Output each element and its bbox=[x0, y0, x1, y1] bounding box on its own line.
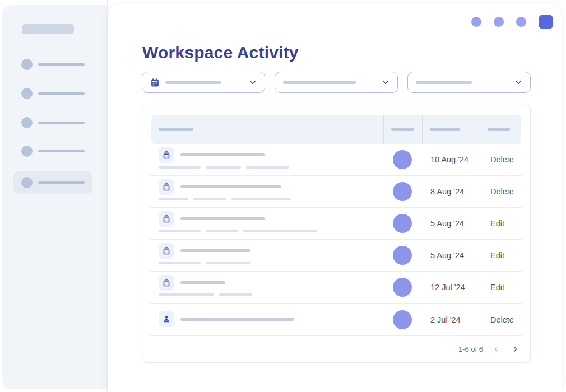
skeleton-bar bbox=[159, 262, 201, 264]
row-date: 2 Jul '24 bbox=[422, 304, 480, 335]
nav-label-placeholder bbox=[38, 150, 85, 153]
row-avatar-cell bbox=[384, 144, 422, 175]
nav-label-placeholder bbox=[38, 92, 85, 95]
table-body: 10 Aug '24 Delete 8 Aug '24 Delete 5 Aug… bbox=[150, 144, 522, 336]
calendar-icon bbox=[150, 78, 160, 87]
filter-placeholder bbox=[283, 81, 356, 84]
sidebar-nav-item[interactable] bbox=[13, 140, 92, 162]
header-dot-icon bbox=[516, 17, 526, 27]
avatar bbox=[393, 278, 412, 297]
app-window: Workspace Activity bbox=[0, 0, 566, 392]
row-title-placeholder bbox=[180, 318, 294, 321]
header-placeholder bbox=[391, 128, 414, 131]
table-header-cell bbox=[383, 115, 422, 144]
header-dot-icon bbox=[471, 17, 481, 27]
nav-label-placeholder bbox=[38, 122, 85, 124]
row-title-placeholder bbox=[180, 281, 225, 284]
pagination-label: 1-6 of 6 bbox=[458, 345, 483, 353]
row-date: 5 Aug '24 bbox=[422, 208, 480, 239]
filter-dropdown-2[interactable] bbox=[275, 72, 398, 93]
table-header-cell bbox=[422, 115, 480, 144]
row-date: 8 Aug '24 bbox=[422, 176, 480, 207]
chevron-down-icon bbox=[249, 78, 257, 86]
skeleton-bar bbox=[206, 262, 250, 264]
nav-icon-placeholder bbox=[21, 88, 33, 99]
table-header bbox=[151, 115, 521, 144]
row-title-placeholder bbox=[180, 153, 265, 156]
row-avatar-cell bbox=[384, 272, 422, 303]
nav-icon-placeholder bbox=[21, 59, 33, 70]
nav-icon-placeholder bbox=[21, 146, 33, 157]
sidebar-nav-item[interactable] bbox=[13, 111, 92, 134]
skeleton-bar bbox=[206, 166, 241, 169]
table-row: 5 Aug '24 Edit bbox=[150, 240, 522, 272]
skeleton-bar bbox=[243, 230, 317, 232]
row-action-link[interactable]: Delete bbox=[480, 176, 522, 207]
table-row: 12 Jul '24 Edit bbox=[150, 272, 522, 304]
row-date: 12 Jul '24 bbox=[422, 272, 480, 303]
date-filter-dropdown[interactable] bbox=[142, 72, 265, 93]
row-avatar-cell bbox=[384, 304, 422, 335]
filter-bar bbox=[142, 72, 531, 93]
chevron-left-icon[interactable] bbox=[490, 343, 502, 356]
avatar bbox=[393, 246, 412, 265]
filter-placeholder bbox=[165, 81, 221, 84]
row-summary bbox=[150, 144, 384, 175]
skeleton-bar bbox=[193, 198, 226, 200]
chevron-down-icon bbox=[382, 78, 389, 86]
row-summary bbox=[150, 304, 384, 335]
row-meta-placeholders bbox=[159, 293, 252, 296]
row-date: 5 Aug '24 bbox=[422, 240, 480, 271]
archive-icon bbox=[159, 211, 174, 227]
chevron-right-icon[interactable] bbox=[509, 343, 521, 356]
skeleton-bar bbox=[159, 198, 188, 200]
header-placeholder bbox=[430, 128, 460, 131]
row-title-placeholder bbox=[180, 249, 250, 252]
row-meta-placeholders bbox=[159, 230, 317, 232]
row-summary bbox=[150, 176, 384, 207]
sidebar-panel bbox=[2, 5, 107, 389]
filter-placeholder bbox=[416, 81, 472, 84]
row-action-link[interactable]: Edit bbox=[480, 240, 522, 271]
row-summary bbox=[150, 272, 384, 303]
avatar bbox=[393, 214, 412, 233]
table-header-cell bbox=[151, 115, 383, 144]
archive-icon bbox=[159, 275, 174, 291]
row-summary bbox=[150, 240, 384, 271]
nav-icon-placeholder bbox=[21, 117, 33, 128]
sidebar-nav-item[interactable] bbox=[13, 53, 92, 76]
skeleton-bar bbox=[159, 166, 201, 169]
sidebar bbox=[0, 0, 108, 392]
table-row: 8 Aug '24 Delete bbox=[150, 176, 522, 208]
nav-label-placeholder bbox=[38, 181, 85, 184]
skeleton-bar bbox=[219, 293, 252, 296]
row-action-link[interactable]: Edit bbox=[480, 272, 522, 303]
nav-label-placeholder bbox=[38, 63, 85, 66]
skeleton-bar bbox=[206, 230, 238, 232]
avatar bbox=[393, 310, 412, 329]
nav-icon-placeholder bbox=[21, 177, 33, 188]
skeleton-bar bbox=[159, 293, 214, 296]
chevron-down-icon bbox=[514, 78, 522, 86]
skeleton-bar bbox=[246, 166, 289, 169]
row-avatar-cell bbox=[384, 208, 422, 239]
sidebar-nav-item[interactable] bbox=[13, 82, 92, 105]
avatar bbox=[393, 150, 412, 169]
row-action-link[interactable]: Edit bbox=[480, 208, 522, 239]
archive-icon bbox=[159, 179, 174, 195]
table-row: 5 Aug '24 Edit bbox=[150, 208, 522, 240]
row-avatar-cell bbox=[384, 176, 422, 207]
profile-button[interactable] bbox=[539, 15, 553, 29]
row-meta-placeholders bbox=[159, 262, 250, 264]
filter-dropdown-3[interactable] bbox=[407, 72, 531, 93]
page-title: Workspace Activity bbox=[142, 43, 299, 63]
sidebar-nav-item-active[interactable] bbox=[13, 171, 92, 194]
row-title-placeholder bbox=[180, 185, 281, 188]
header-placeholder bbox=[488, 128, 510, 131]
table-row: 2 Jul '24 Delete bbox=[150, 304, 522, 336]
row-action-link[interactable]: Delete bbox=[480, 144, 522, 175]
row-action-link[interactable]: Delete bbox=[480, 304, 522, 335]
header-dot-icon bbox=[494, 17, 504, 27]
table-header-cell bbox=[480, 115, 521, 144]
table-row: 10 Aug '24 Delete bbox=[150, 144, 522, 176]
